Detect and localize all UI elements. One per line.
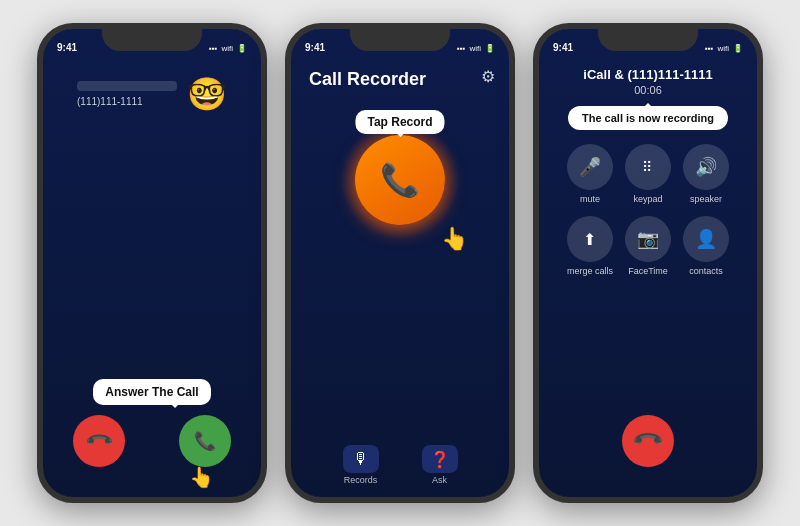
battery-icon: 🔋 [237, 44, 247, 53]
end-call-button[interactable]: 📞 [622, 415, 674, 467]
phone-2: 9:41 ▪▪▪ wifi 🔋 ⚙ Call Recorder Tap Reco… [285, 23, 515, 503]
accept-icon: 📞 [194, 430, 216, 452]
phone2-status-icons: ▪▪▪ wifi 🔋 [457, 44, 495, 53]
phone-3: 9:41 ▪▪▪ wifi 🔋 iCall & (111)111-1111 00… [533, 23, 763, 503]
wifi-icon: wifi [717, 44, 729, 53]
record-cursor: 👆 [441, 226, 468, 252]
name-placeholder [77, 81, 177, 91]
phone1-status-icons: ▪▪▪ wifi 🔋 [209, 44, 247, 53]
keypad-label: keypad [633, 194, 662, 204]
end-call-icon: 📞 [631, 424, 666, 459]
battery-icon: 🔋 [485, 44, 495, 53]
records-tab[interactable]: 🎙 Records [343, 445, 379, 485]
facetime-circle: 📷 [625, 216, 671, 262]
mute-label: mute [580, 194, 600, 204]
ctrl-mute[interactable]: 🎤 mute [567, 144, 613, 204]
tap-record-tooltip: Tap Record [355, 110, 444, 134]
end-call-area: 📞 [539, 415, 757, 467]
contacts-label: contacts [689, 266, 723, 276]
record-button[interactable]: 📞 [355, 135, 445, 225]
speaker-circle: 🔊 [683, 144, 729, 190]
caller-number: (111)111-1111 [77, 96, 177, 107]
ctrl-speaker[interactable]: 🔊 speaker [683, 144, 729, 204]
phone2-time: 9:41 [305, 42, 325, 53]
call-timer: 00:06 [634, 84, 662, 96]
records-icon: 🎙 [343, 445, 379, 473]
records-label: Records [344, 475, 378, 485]
phone3-content: iCall & (111)111-1111 00:06 The call is … [539, 57, 757, 276]
signal-icon: ▪▪▪ [705, 44, 714, 53]
ctrl-contacts[interactable]: 👤 contacts [683, 216, 729, 276]
ctrl-keypad[interactable]: ⠿ keypad [625, 144, 671, 204]
phone1-content: (111)111-1111 🤓 [43, 59, 261, 113]
mute-circle: 🎤 [567, 144, 613, 190]
ctrl-facetime[interactable]: 📷 FaceTime [625, 216, 671, 276]
caller-name-bar: (111)111-1111 [77, 81, 177, 107]
phone2-status-bar: 9:41 ▪▪▪ wifi 🔋 [291, 29, 509, 57]
merge-label: merge calls [567, 266, 613, 276]
speaker-label: speaker [690, 194, 722, 204]
caller-info: (111)111-1111 🤓 [59, 75, 245, 113]
phone3-status-icons: ▪▪▪ wifi 🔋 [705, 44, 743, 53]
wifi-icon: wifi [221, 44, 233, 53]
contacts-circle: 👤 [683, 216, 729, 262]
record-area: Tap Record 📞 👆 [340, 120, 460, 240]
cursor-hand: 👆 [189, 465, 193, 489]
decline-button[interactable]: 📞 [73, 415, 125, 467]
wifi-icon: wifi [469, 44, 481, 53]
accept-button[interactable]: 📞 [179, 415, 231, 467]
decline-icon: 📞 [83, 425, 114, 456]
record-phone-icon: 📞 [380, 161, 420, 199]
phone3-status-bar: 9:41 ▪▪▪ wifi 🔋 [539, 29, 757, 57]
call-controls-grid: 🎤 mute ⠿ keypad 🔊 speaker ⬆ merge calls … [551, 144, 745, 276]
recording-bubble: The call is now recording [568, 106, 728, 130]
answer-tooltip-wrapper: Answer The Call [63, 379, 241, 405]
signal-icon: ▪▪▪ [457, 44, 466, 53]
ask-label: Ask [432, 475, 447, 485]
phone-1: 9:41 ▪▪▪ wifi 🔋 (111)111-1111 🤓 Answer T… [37, 23, 267, 503]
signal-icon: ▪▪▪ [209, 44, 218, 53]
merge-circle: ⬆ [567, 216, 613, 262]
call-buttons: 📞 📞 👆 [43, 415, 261, 467]
ctrl-merge[interactable]: ⬆ merge calls [567, 216, 613, 276]
ask-icon: ❓ [422, 445, 458, 473]
caller-emoji: 🤓 [187, 75, 227, 113]
battery-icon: 🔋 [733, 44, 743, 53]
phone2-content: Call Recorder Tap Record 📞 👆 [291, 57, 509, 240]
phone2-bottom-tabs: 🎙 Records ❓ Ask [291, 445, 509, 485]
call-caller-id: iCall & (111)111-1111 [583, 67, 712, 82]
phone1-status-bar: 9:41 ▪▪▪ wifi 🔋 [43, 29, 261, 57]
app-title: Call Recorder [291, 69, 426, 90]
phone1-time: 9:41 [57, 42, 77, 53]
accept-wrapper: 📞 👆 [179, 415, 231, 467]
keypad-circle: ⠿ [625, 144, 671, 190]
phone3-time: 9:41 [553, 42, 573, 53]
ask-tab[interactable]: ❓ Ask [422, 445, 458, 485]
facetime-label: FaceTime [628, 266, 668, 276]
answer-tooltip: Answer The Call [93, 379, 210, 405]
